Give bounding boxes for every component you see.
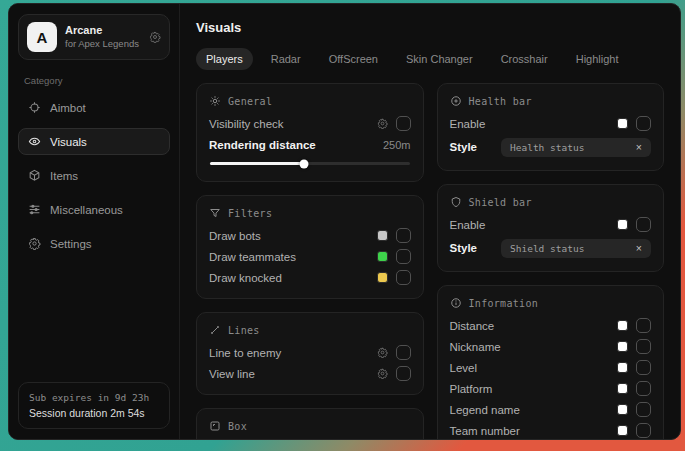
- tab-crosshair[interactable]: Crosshair: [491, 48, 558, 70]
- tab-bar: Players Radar OffScreen Skin Changer Cro…: [196, 48, 664, 70]
- gear-icon: [28, 237, 41, 250]
- style-value: Health status: [510, 142, 584, 153]
- logo-card: A Arcane for Apex Legends: [18, 14, 170, 60]
- color-swatch[interactable]: [617, 362, 628, 373]
- checkbox[interactable]: [396, 345, 411, 360]
- panel-general: General Visibility check Rendering dista…: [196, 83, 424, 182]
- color-swatch[interactable]: [377, 251, 388, 262]
- checkbox[interactable]: [396, 249, 411, 264]
- checkbox[interactable]: [636, 116, 651, 131]
- tab-radar[interactable]: Radar: [261, 48, 311, 70]
- setting-row-line-to-enemy: Line to enemy: [209, 342, 411, 363]
- setting-label: View line: [209, 368, 255, 380]
- color-swatch[interactable]: [617, 320, 628, 331]
- gear-icon[interactable]: [377, 347, 388, 358]
- tab-skin-changer[interactable]: Skin Changer: [396, 48, 483, 70]
- setting-label: Distance: [450, 320, 495, 332]
- color-swatch[interactable]: [617, 219, 628, 230]
- setting-label: Line to enemy: [209, 347, 281, 359]
- setting-row-level: Level: [450, 357, 652, 378]
- checkbox[interactable]: [396, 366, 411, 381]
- setting-label: Team number: [450, 425, 520, 437]
- setting-row-shield-style: Style Shield status ×: [450, 235, 652, 261]
- gear-icon[interactable]: [377, 118, 388, 129]
- setting-row-platform: Platform: [450, 378, 652, 399]
- subscription-card: Sub expires in 9d 23h Session duration 2…: [18, 382, 170, 429]
- app-subtitle: for Apex Legends: [65, 38, 141, 50]
- cube-icon: [28, 169, 41, 182]
- setting-row-draw-teammates: Draw teammates: [209, 246, 411, 267]
- slider-value: 250m: [383, 139, 411, 151]
- checkbox[interactable]: [636, 381, 651, 396]
- checkbox[interactable]: [636, 402, 651, 417]
- setting-label: Style: [450, 141, 478, 153]
- sidebar-item-label: Visuals: [50, 136, 87, 148]
- style-select[interactable]: Shield status ×: [501, 239, 651, 258]
- session-duration: Session duration 2m 54s: [29, 407, 159, 419]
- setting-label: Legend name: [450, 404, 520, 416]
- color-swatch[interactable]: [377, 230, 388, 241]
- setting-label: Draw teammates: [209, 251, 296, 263]
- right-column: Health bar Enable Style Health status: [437, 83, 665, 426]
- sidebar: A Arcane for Apex Legends Category Aimbo…: [9, 4, 180, 439]
- tab-highlight[interactable]: Highlight: [566, 48, 629, 70]
- sidebar-item-aimbot[interactable]: Aimbot: [18, 94, 170, 121]
- setting-label: Style: [450, 242, 478, 254]
- setting-label: Enable: [450, 118, 486, 130]
- gear-icon[interactable]: [149, 31, 161, 43]
- style-select[interactable]: Health status ×: [501, 138, 651, 157]
- checkbox[interactable]: [636, 339, 651, 354]
- shield-icon: [450, 196, 462, 208]
- tab-offscreen[interactable]: OffScreen: [319, 48, 388, 70]
- subscription-expiry: Sub expires in 9d 23h: [29, 392, 159, 403]
- sidebar-item-visuals[interactable]: Visuals: [18, 128, 170, 155]
- checkbox[interactable]: [636, 423, 651, 438]
- sidebar-item-label: Items: [50, 170, 78, 182]
- setting-row-legend-name: Legend name: [450, 399, 652, 420]
- sidebar-item-settings[interactable]: Settings: [18, 230, 170, 257]
- color-swatch[interactable]: [377, 272, 388, 283]
- category-label: Category: [24, 75, 164, 86]
- checkbox[interactable]: [396, 270, 411, 285]
- setting-row-nickname: Nickname: [450, 336, 652, 357]
- checkbox[interactable]: [636, 360, 651, 375]
- panel-information: Information Distance Nickname Level: [437, 285, 665, 439]
- rendering-distance-slider[interactable]: [210, 159, 410, 168]
- sun-icon: [209, 95, 221, 107]
- panel-title: General: [228, 96, 272, 107]
- checkbox[interactable]: [636, 217, 651, 232]
- slider-thumb[interactable]: [299, 159, 308, 168]
- left-column: General Visibility check Rendering dista…: [196, 83, 424, 426]
- app-title-block: Arcane for Apex Legends: [65, 24, 141, 50]
- line-icon: [209, 324, 221, 336]
- panel-title: Health bar: [469, 96, 532, 107]
- color-swatch[interactable]: [617, 425, 628, 436]
- setting-label: Level: [450, 362, 478, 374]
- close-icon[interactable]: ×: [636, 243, 642, 254]
- panel-lines: Lines Line to enemy View line: [196, 312, 424, 395]
- eye-icon: [28, 135, 41, 148]
- color-swatch[interactable]: [617, 383, 628, 394]
- gear-icon[interactable]: [377, 368, 388, 379]
- main-content: Visuals Players Radar OffScreen Skin Cha…: [180, 4, 680, 439]
- sidebar-item-miscellaneous[interactable]: Miscellaneous: [18, 196, 170, 223]
- page-title: Visuals: [196, 20, 664, 35]
- checkbox[interactable]: [396, 228, 411, 243]
- setting-row-box-enable: Enable: [209, 438, 411, 439]
- setting-label: Platform: [450, 383, 493, 395]
- setting-row-distance: Distance: [450, 315, 652, 336]
- health-icon: [450, 95, 462, 107]
- sidebar-item-items[interactable]: Items: [18, 162, 170, 189]
- checkbox[interactable]: [636, 318, 651, 333]
- panel-title: Filters: [228, 208, 272, 219]
- color-swatch[interactable]: [617, 404, 628, 415]
- crosshair-icon: [28, 101, 41, 114]
- panel-filters: Filters Draw bots Draw teammates: [196, 195, 424, 299]
- panel-title: Box: [228, 421, 247, 432]
- color-swatch[interactable]: [617, 118, 628, 129]
- setting-label: Enable: [450, 219, 486, 231]
- checkbox[interactable]: [396, 116, 411, 131]
- color-swatch[interactable]: [617, 341, 628, 352]
- close-icon[interactable]: ×: [636, 142, 642, 153]
- tab-players[interactable]: Players: [196, 48, 253, 70]
